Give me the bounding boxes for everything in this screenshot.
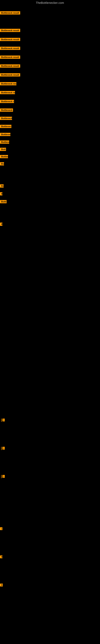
vertical-indicator-3: [1, 475, 1, 478]
badge-lower-6: B: [0, 584, 3, 587]
vertical-indicator-1: [1, 418, 1, 422]
badge-12: Bottleneck re: [0, 117, 12, 121]
vertical-indicator-2: [1, 447, 1, 450]
badge-16: Bott: [0, 148, 6, 152]
badge-6: Bottleneck result: [0, 64, 20, 68]
badge-5: Bottleneck result: [0, 56, 20, 60]
badge-lower-5: B: [0, 556, 2, 559]
site-title: TheBottlenecker.com: [0, 0, 100, 5]
badge-lower-3: |: [2, 475, 5, 478]
badge-20: B: [0, 192, 2, 196]
badge-1: Bottleneck result: [0, 11, 20, 15]
badge-21: Bottl: [0, 200, 7, 204]
badge-22: B: [0, 222, 2, 226]
badge-13: Bottleneck re: [0, 125, 11, 129]
badge-2: Bottleneck result: [0, 29, 20, 33]
badge-10: Bottleneck resu: [0, 100, 14, 104]
badge-11: Bottleneck res: [0, 108, 13, 112]
badge-9: Bottleneck resu: [0, 91, 15, 95]
badge-lower-4: |: [0, 527, 2, 531]
badge-lower-1: |: [2, 418, 5, 422]
badge-17: Bottlen: [0, 155, 8, 159]
badge-19: Bo: [0, 184, 3, 188]
badge-3: Bottleneck result: [0, 38, 20, 42]
badge-7: Bottleneck result: [0, 73, 20, 77]
badge-14: Bottleneck r: [0, 133, 10, 137]
badge-18: Bo: [0, 162, 4, 166]
badge-15: Bottlenec: [0, 140, 9, 144]
badge-4: Bottleneck result: [0, 47, 20, 51]
badge-8: Bottleneck result: [0, 82, 16, 86]
badge-lower-2: |: [2, 447, 5, 450]
